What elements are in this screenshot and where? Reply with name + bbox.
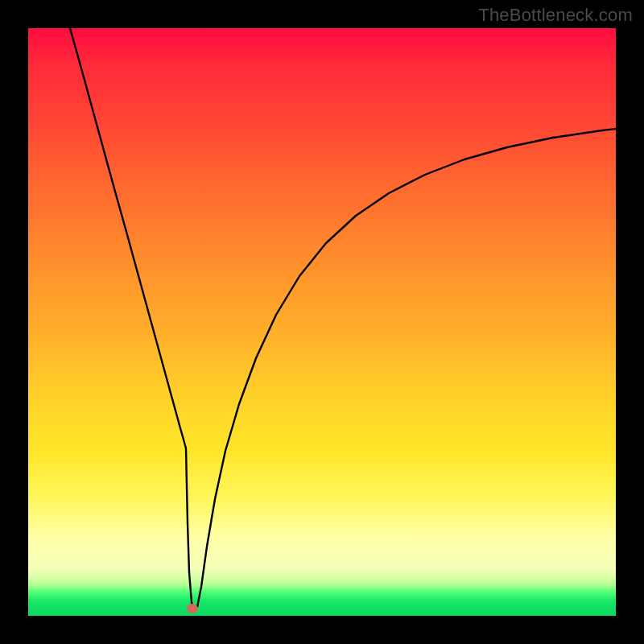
bottleneck-curve [70,28,616,611]
chart-frame: TheBottleneck.com [0,0,644,644]
plot-area [28,28,616,616]
watermark-text: TheBottleneck.com [478,5,633,26]
curve-layer [28,28,616,616]
minimum-marker [187,604,198,613]
